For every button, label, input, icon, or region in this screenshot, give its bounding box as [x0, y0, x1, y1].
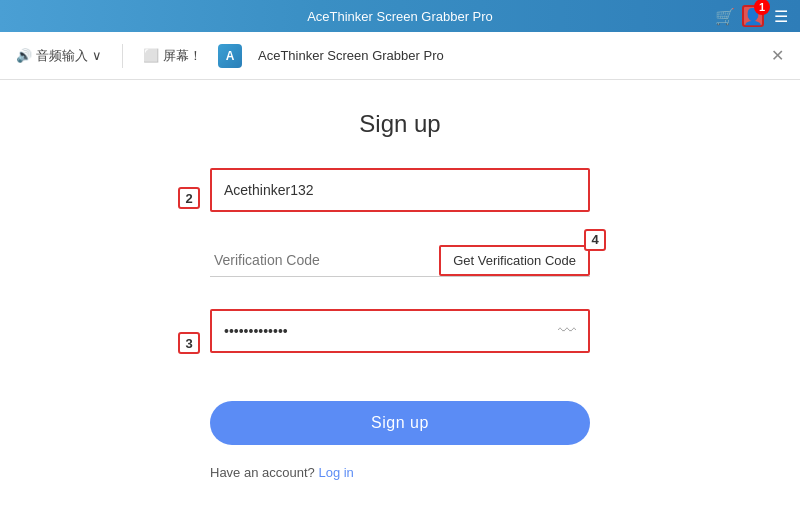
screen-btn[interactable]: ⬜ 屏幕！: [135, 43, 210, 69]
has-account-text: Have an account?: [210, 465, 315, 480]
login-link[interactable]: Log in: [318, 465, 353, 480]
screen-icon: ⬜: [143, 48, 159, 63]
title-bar-icons: 🛒 👤 1 ☰: [714, 5, 792, 27]
app-title: AceThinker Screen Grabber Pro: [307, 9, 493, 24]
form-title: Sign up: [359, 110, 440, 138]
main-content: Sign up 2 4 Get Verification Code: [0, 80, 800, 514]
annotation-3: 3: [178, 332, 200, 354]
password-field-wrapper: 3 〰: [210, 309, 590, 377]
password-input[interactable]: [220, 315, 554, 347]
close-button[interactable]: ✕: [763, 42, 792, 69]
form-fields: 2 4 Get Verification Code 3: [210, 168, 590, 480]
screen-label: 屏幕！: [163, 47, 202, 65]
dropdown-chevron: ∨: [92, 48, 102, 63]
audio-input-btn[interactable]: 🔊 音频输入 ∨: [8, 43, 110, 69]
get-verification-code-button[interactable]: Get Verification Code: [439, 245, 590, 276]
toolbar-divider-1: [122, 44, 123, 68]
verification-field-wrapper: 4 Get Verification Code: [210, 244, 590, 293]
user-icon[interactable]: 👤 1: [742, 5, 764, 27]
app-toolbar: 🔊 音频输入 ∨ ⬜ 屏幕！ A AceThinker Screen Grabb…: [0, 32, 800, 80]
signup-button[interactable]: Sign up: [210, 401, 590, 445]
login-link-row: Have an account? Log in: [210, 465, 590, 480]
speaker-icon: 🔊: [16, 48, 32, 63]
audio-label: 音频输入: [36, 47, 88, 65]
password-row: 〰: [210, 309, 590, 353]
form-container: Sign up 2 4 Get Verification Code: [190, 110, 610, 480]
annotation-2: 2: [178, 187, 200, 209]
email-input[interactable]: [220, 174, 580, 206]
verification-input[interactable]: [210, 244, 431, 276]
verification-row: 4 Get Verification Code: [210, 244, 590, 277]
cart-icon[interactable]: 🛒: [714, 5, 736, 27]
email-field-row: [210, 168, 590, 212]
app-icon: A: [218, 44, 242, 68]
eye-icon[interactable]: 〰: [554, 317, 580, 346]
email-field-wrapper: 2: [210, 168, 590, 228]
menu-icon[interactable]: ☰: [770, 5, 792, 27]
annotation-4: 4: [584, 229, 606, 251]
annotation-1-badge: 1: [754, 0, 770, 15]
toolbar-app-title: AceThinker Screen Grabber Pro: [258, 48, 444, 63]
title-bar: AceThinker Screen Grabber Pro 🛒 👤 1 ☰: [0, 0, 800, 32]
